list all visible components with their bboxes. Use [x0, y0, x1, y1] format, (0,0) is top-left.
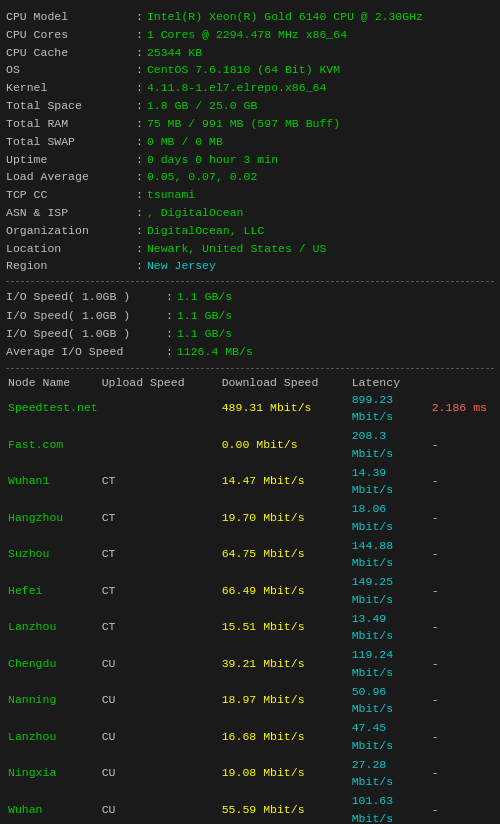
io-label: I/O Speed( 1.0GB ) — [6, 325, 166, 343]
node-name: Ningxia — [8, 766, 56, 779]
info-value: 1 Cores @ 2294.478 MHz x86_64 — [147, 26, 347, 44]
td-isp — [100, 426, 220, 463]
info-label: CPU Cores — [6, 26, 136, 44]
info-row: Total RAM: 75 MB / 991 MB (597 MB Buff) — [6, 115, 494, 133]
info-colon: : — [136, 204, 143, 222]
io-value: 1.1 GB/s — [177, 288, 232, 306]
table-row: NingxiaCU19.08 Mbit/s27.28 Mbit/s- — [6, 755, 494, 792]
td-node: Hefei — [6, 572, 100, 609]
td-node: Chengdu — [6, 645, 100, 682]
td-latency: - — [430, 791, 494, 824]
td-latency: - — [430, 645, 494, 682]
td-node: Suzhou — [6, 536, 100, 573]
info-label: Region — [6, 257, 136, 275]
io-section: I/O Speed( 1.0GB ): 1.1 GB/sI/O Speed( 1… — [6, 288, 494, 362]
info-row: Load Average: 0.05, 0.07, 0.02 — [6, 168, 494, 186]
info-row: Region: New Jersey — [6, 257, 494, 275]
info-row: Total SWAP: 0 MB / 0 MB — [6, 133, 494, 151]
info-colon: : — [136, 240, 143, 258]
info-value: 25344 KB — [147, 44, 202, 62]
td-node: Hangzhou — [6, 499, 100, 536]
td-isp: CT — [100, 609, 220, 646]
node-name: Lanzhou — [8, 730, 56, 743]
td-download: 14.39 Mbit/s — [350, 463, 430, 500]
info-colon: : — [136, 8, 143, 26]
td-isp: CU — [100, 718, 220, 755]
io-value: 1.1 GB/s — [177, 325, 232, 343]
td-download: 18.06 Mbit/s — [350, 499, 430, 536]
info-colon: : — [136, 168, 143, 186]
info-colon: : — [136, 151, 143, 169]
node-name: Chengdu — [8, 657, 56, 670]
td-download: 50.96 Mbit/s — [350, 682, 430, 719]
td-latency: - — [430, 755, 494, 792]
io-value: 1.1 GB/s — [177, 307, 232, 325]
info-label: Total RAM — [6, 115, 136, 133]
td-node: Lanzhou — [6, 718, 100, 755]
info-label: Location — [6, 240, 136, 258]
table-row: Fast.com0.00 Mbit/s208.3 Mbit/s- — [6, 426, 494, 463]
info-value: 0.05, 0.07, 0.02 — [147, 168, 257, 186]
td-download: 208.3 Mbit/s — [350, 426, 430, 463]
io-colon: : — [166, 288, 173, 306]
speed-table: Node Name Upload Speed Download Speed La… — [6, 375, 494, 824]
td-upload: 14.47 Mbit/s — [220, 463, 350, 500]
info-label: CPU Cache — [6, 44, 136, 62]
td-upload: 15.51 Mbit/s — [220, 609, 350, 646]
td-latency: - — [430, 718, 494, 755]
info-value: 4.11.8-1.el7.elrepo.x86_64 — [147, 79, 326, 97]
td-upload: 16.68 Mbit/s — [220, 718, 350, 755]
info-value: Newark, United States / US — [147, 240, 326, 258]
info-colon: : — [136, 186, 143, 204]
io-label: Average I/O Speed — [6, 343, 166, 361]
info-value: 0 days 0 hour 3 min — [147, 151, 278, 169]
speed-table-header: Node Name Upload Speed Download Speed La… — [6, 375, 494, 390]
io-row: I/O Speed( 1.0GB ): 1.1 GB/s — [6, 325, 494, 343]
td-isp: CT — [100, 536, 220, 573]
td-isp: CU — [100, 755, 220, 792]
info-label: Total Space — [6, 97, 136, 115]
td-upload: 39.21 Mbit/s — [220, 645, 350, 682]
td-upload: 19.70 Mbit/s — [220, 499, 350, 536]
info-row: TCP CC: tsunami — [6, 186, 494, 204]
td-latency: - — [430, 609, 494, 646]
speed-tbody: Speedtest.net489.31 Mbit/s899.23 Mbit/s2… — [6, 390, 494, 824]
td-download: 101.63 Mbit/s — [350, 791, 430, 824]
info-row: OS: CentOS 7.6.1810 (64 Bit) KVM — [6, 61, 494, 79]
td-download: 899.23 Mbit/s — [350, 390, 430, 427]
td-download: 13.49 Mbit/s — [350, 609, 430, 646]
td-isp: CT — [100, 572, 220, 609]
node-name: Hefei — [8, 584, 43, 597]
td-isp: CT — [100, 463, 220, 500]
th-node: Node Name — [6, 375, 100, 390]
info-value: Intel(R) Xeon(R) Gold 6140 CPU @ 2.30GHz — [147, 8, 423, 26]
td-node: Nanning — [6, 682, 100, 719]
node-name: Wuhan1 — [8, 474, 49, 487]
info-value: 75 MB / 991 MB (597 MB Buff) — [147, 115, 340, 133]
td-download: 27.28 Mbit/s — [350, 755, 430, 792]
table-row: NanningCU18.97 Mbit/s50.96 Mbit/s- — [6, 682, 494, 719]
node-name: Suzhou — [8, 547, 49, 560]
td-latency: - — [430, 536, 494, 573]
speed-section: Node Name Upload Speed Download Speed La… — [6, 375, 494, 824]
node-name: Speedtest.net — [8, 401, 98, 414]
info-label: Uptime — [6, 151, 136, 169]
info-row: Location: Newark, United States / US — [6, 240, 494, 258]
io-colon: : — [166, 325, 173, 343]
td-node: Fast.com — [6, 426, 100, 463]
io-label: I/O Speed( 1.0GB ) — [6, 288, 166, 306]
td-download: 119.24 Mbit/s — [350, 645, 430, 682]
io-value: 1126.4 MB/s — [177, 343, 253, 361]
io-colon: : — [166, 307, 173, 325]
td-download: 144.88 Mbit/s — [350, 536, 430, 573]
info-row: ASN & ISP: , DigitalOcean — [6, 204, 494, 222]
info-label: TCP CC — [6, 186, 136, 204]
info-label: Total SWAP — [6, 133, 136, 151]
td-latency: 2.186 ms — [430, 390, 494, 427]
info-colon: : — [136, 26, 143, 44]
td-isp: CT — [100, 499, 220, 536]
td-latency: - — [430, 463, 494, 500]
td-isp — [100, 390, 220, 427]
info-row: Uptime: 0 days 0 hour 3 min — [6, 151, 494, 169]
table-row: SuzhouCT64.75 Mbit/s144.88 Mbit/s- — [6, 536, 494, 573]
